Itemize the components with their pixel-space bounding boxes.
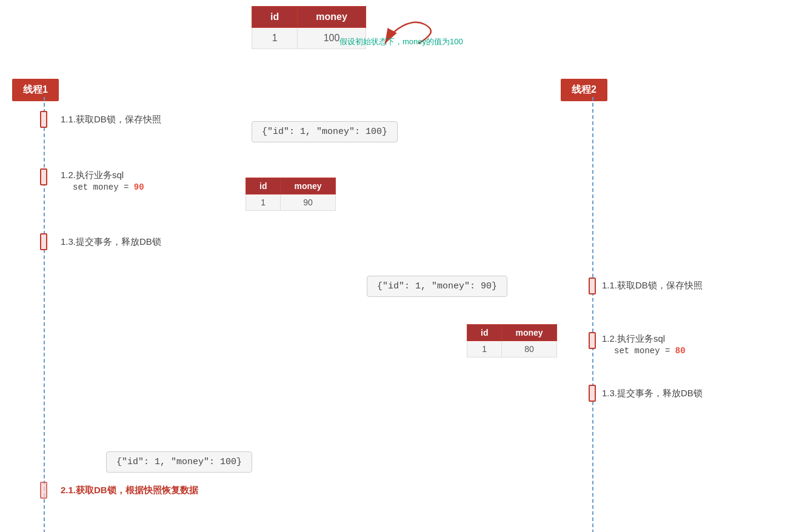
thread1-marker-2 [40,168,47,185]
thread1-marker-3 [40,233,47,250]
thread2-marker-2 [589,332,596,349]
small-table-2: id money 1 80 [467,324,557,357]
st1-header-money: money [281,178,335,195]
json-box-3: {"id": 1, "money": 100} [106,451,252,473]
thread2-step1-label: 1.1.获取DB锁，保存快照 [602,280,703,291]
thread1-marker-1 [40,111,47,128]
thread1-step3-label: 1.3.提交事务，释放DB锁 [61,236,161,248]
st2-cell-money: 80 [502,341,556,357]
thread2-step3-label: 1.3.提交事务，释放DB锁 [602,388,703,399]
thread1-header: 线程1 [12,79,59,101]
thread2-step2-label: 1.2.执行业务sql set money = 80 [602,333,686,356]
st2-header-id: id [467,325,502,341]
thread1-step1-label: 1.1.获取DB锁，保存快照 [61,114,161,125]
thread2-header: 线程2 [561,79,607,101]
rollback-marker [40,482,47,499]
top-table-cell-id: 1 [252,28,298,49]
top-table-header-id: id [252,7,298,28]
thread1-step2-label: 1.2.执行业务sql set money = 90 [61,170,144,192]
thread1-timeline-line [44,97,45,532]
rollback-label: 2.1.获取DB锁，根据快照恢复数据 [61,485,198,496]
st2-cell-id: 1 [467,341,502,357]
st1-cell-id: 1 [246,195,281,211]
small-table-1: id money 1 90 [246,178,336,211]
annotation-text: 假设初始状态下，money的值为100 [339,36,463,47]
st2-header-money: money [502,325,556,341]
json-box-1: {"id": 1, "money": 100} [252,121,398,142]
st1-cell-money: 90 [281,195,335,211]
thread2-marker-3 [589,385,596,402]
thread2-timeline-line [592,97,593,532]
json-box-2: {"id": 1, "money": 90} [367,276,507,297]
thread2-marker-1 [589,278,596,294]
st1-header-id: id [246,178,281,195]
top-table-header-money: money [298,7,366,28]
